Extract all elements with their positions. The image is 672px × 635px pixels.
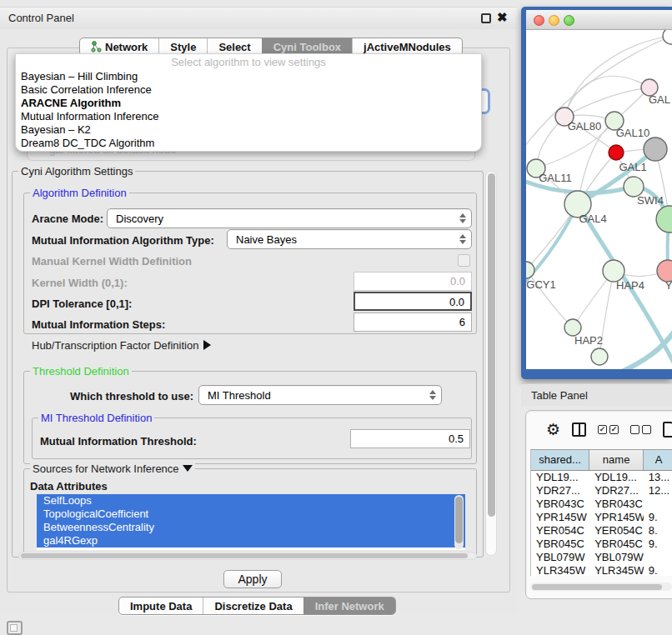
unchecked-checkbox-icon xyxy=(642,425,651,434)
tab-network[interactable]: Network xyxy=(80,38,158,55)
tab-network-label: Network xyxy=(105,41,148,53)
algorithm-option[interactable]: Bayesian – Hill Climbing xyxy=(16,70,481,83)
close-panel-icon[interactable]: ✖ xyxy=(497,10,508,25)
float-window-icon[interactable] xyxy=(481,13,491,23)
table-row[interactable]: YDL19...YDL19...13... xyxy=(531,471,672,484)
expand-right-icon[interactable] xyxy=(203,340,211,350)
table-row[interactable]: YER054CYER054C8. xyxy=(531,524,672,538)
table-row[interactable]: YBR043CYBR043C xyxy=(531,498,672,511)
tab-jactivemnodules[interactable]: jActiveMNodules xyxy=(352,38,462,55)
table-hscrollbar[interactable] xyxy=(530,582,672,591)
mi-steps-label: Mutual Information Steps: xyxy=(32,318,165,331)
manual-kernel-width-checkbox[interactable] xyxy=(458,254,470,267)
tab-cyni-toolbox[interactable]: Cyni Toolbox xyxy=(262,38,352,55)
mi-threshold-field[interactable]: 0.5 xyxy=(350,429,470,448)
table-cell: YBL079W xyxy=(531,551,589,564)
network-canvas[interactable]: GALGAL80GAL10GAL1GAL11SWI4GAL4GCY1HAP4YH… xyxy=(526,30,672,369)
table-cell: YLR345W xyxy=(589,564,644,576)
zoom-traffic-light-icon[interactable] xyxy=(564,15,574,26)
tab-impute-data[interactable]: Impute Data xyxy=(119,598,203,614)
node-label: Y xyxy=(665,279,672,292)
table-row[interactable]: YLR345WYLR345W9. xyxy=(531,564,672,576)
document-icon[interactable] xyxy=(663,422,672,438)
tab-jactivemnodules-label: jActiveMNodules xyxy=(364,41,451,53)
threshold-definition-title: Threshold Definition xyxy=(30,365,132,378)
which-threshold-value: MI Threshold xyxy=(208,389,271,402)
dpi-tolerance-field[interactable]: 0.0 xyxy=(354,292,472,311)
column-layout-icon[interactable] xyxy=(572,422,586,437)
algorithm-option[interactable]: Bayesian – K2 xyxy=(16,123,481,137)
table-column-header[interactable]: name xyxy=(589,450,644,470)
attributes-hscrollbar[interactable] xyxy=(18,552,477,560)
table-row[interactable]: YBR045CYBR045C9. xyxy=(531,538,672,551)
table-cell: YER054C xyxy=(589,524,644,538)
table-cell: YER054C xyxy=(531,524,589,538)
settings-vscrollbar[interactable] xyxy=(485,171,497,556)
apply-button[interactable]: Apply xyxy=(223,570,282,588)
control-panel-titlebar: Control Panel ✖ xyxy=(0,8,517,29)
table-cell xyxy=(644,551,672,564)
network-node[interactable] xyxy=(564,319,581,336)
table-column-header[interactable]: shared... xyxy=(531,450,589,470)
network-node[interactable] xyxy=(663,30,672,44)
scrollbar-thumb[interactable] xyxy=(488,173,495,517)
table-row[interactable]: YBL079WYBL079W xyxy=(531,551,672,564)
table-cell: YBR045C xyxy=(589,538,644,551)
algorithm-definition-title: Algorithm Definition xyxy=(30,187,129,199)
table-column-header[interactable]: A xyxy=(644,450,672,470)
network-window-titlebar[interactable] xyxy=(526,10,672,30)
network-view-window: GALGAL80GAL10GAL1GAL11SWI4GAL4GCY1HAP4YH… xyxy=(521,7,672,379)
which-threshold-combobox[interactable]: MI Threshold xyxy=(198,385,442,405)
select-all-checkboxes-icon[interactable]: ✓✓ xyxy=(598,425,619,434)
mi-algorithm-type-value: Naive Bayes xyxy=(236,233,297,246)
deselect-all-checkboxes-icon[interactable] xyxy=(630,425,651,434)
table-row[interactable]: YDR27...YDR27...12... xyxy=(531,484,672,498)
table-row[interactable]: YPR145WYPR145W9. xyxy=(531,511,672,524)
mi-steps-field[interactable]: 6 xyxy=(354,312,472,332)
attribute-list-item[interactable]: gal4RGexp xyxy=(37,534,465,548)
scrollbar-thumb[interactable] xyxy=(532,584,662,590)
tab-discretize-data[interactable]: Discretize Data xyxy=(203,598,303,614)
tab-select[interactable]: Select xyxy=(207,38,261,55)
sources-title[interactable]: Sources for Network Inference xyxy=(30,462,195,475)
network-node[interactable] xyxy=(656,206,672,232)
minimize-traffic-light-icon[interactable] xyxy=(549,15,559,26)
kernel-width-field[interactable]: 0.0 xyxy=(354,272,472,291)
hub-definition-expander[interactable]: Hub/Transcription Factor Definition xyxy=(32,339,211,352)
algorithm-option[interactable]: Mutual Information Inference xyxy=(16,110,481,123)
gear-icon[interactable]: ⚙ xyxy=(546,422,560,438)
tab-style[interactable]: Style xyxy=(158,38,207,55)
aracne-mode-combobox[interactable]: Discovery xyxy=(107,208,472,228)
node-label: SWI4 xyxy=(637,194,664,207)
table-cell: YBR045C xyxy=(531,538,589,551)
node-label: HAP4 xyxy=(616,279,644,292)
scrollbar-thumb[interactable] xyxy=(21,553,468,558)
attributes-vscrollbar[interactable] xyxy=(454,495,464,549)
attribute-table: shared...nameA YDL19...YDL19...13...YDR2… xyxy=(530,449,672,576)
table-panel-header: Table Panel xyxy=(521,383,672,406)
network-node[interactable] xyxy=(644,138,667,161)
algorithm-option[interactable]: Basic Correlation Inference xyxy=(16,83,481,97)
sources-title-label: Sources for Network Inference xyxy=(33,462,179,475)
algorithm-option[interactable]: Dream8 DC_TDC Algorithm xyxy=(16,137,481,150)
node-label: GCY1 xyxy=(526,278,555,291)
attribute-list-item[interactable]: SelfLoops xyxy=(37,494,465,508)
algorithm-option[interactable]: ARACNE Algorithm xyxy=(16,97,481,110)
mi-algorithm-type-combobox[interactable]: Naive Bayes xyxy=(227,229,472,249)
algorithm-list: Bayesian – Hill ClimbingBasic Correlatio… xyxy=(16,70,481,150)
table-cell: 13... xyxy=(644,471,672,484)
table-cell: YBL079W xyxy=(589,551,644,564)
dpi-tolerance-label: DPI Tolerance [0,1]: xyxy=(32,298,132,310)
network-node[interactable] xyxy=(591,348,608,365)
dock-panel-icon[interactable] xyxy=(7,621,23,635)
attribute-list-item[interactable]: TopologicalCoefficient xyxy=(37,508,465,521)
tab-infer-network[interactable]: Infer Network xyxy=(303,598,395,614)
stepper-icon xyxy=(429,390,436,400)
scrollbar-thumb[interactable] xyxy=(455,497,463,543)
network-node[interactable] xyxy=(609,145,624,160)
collapse-down-icon[interactable] xyxy=(183,465,193,472)
close-traffic-light-icon[interactable] xyxy=(534,15,544,26)
attribute-list-item[interactable]: BetweennessCentrality xyxy=(37,521,465,534)
network-node[interactable] xyxy=(526,262,534,278)
hub-definition-label: Hub/Transcription Factor Definition xyxy=(32,339,198,352)
